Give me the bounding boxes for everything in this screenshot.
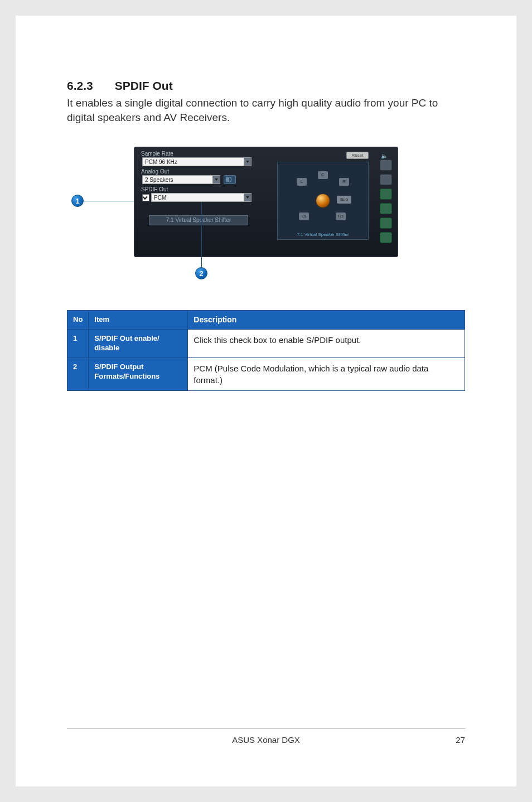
row2-item: S/PDIF Output Formats/Functions	[89, 357, 188, 390]
row1-desc: Click this check box to enable S/PDIF ou…	[188, 329, 465, 357]
rotate-left-icon[interactable]	[380, 189, 392, 200]
row2-no: 2	[67, 357, 89, 390]
listener-icon[interactable]	[316, 194, 330, 208]
preview-caption: 7.1 Virtual Speaker Shifter	[278, 232, 368, 237]
callout-2-lead	[201, 202, 202, 267]
collapse-icon[interactable]	[380, 174, 392, 185]
volume-icon: 🔈	[381, 153, 389, 158]
virtual-speaker-shifter-button[interactable]: 7.1 Virtual Speaker Shifter	[149, 215, 248, 225]
table-row: 2 S/PDIF Output Formats/Functions PCM (P…	[67, 357, 465, 390]
footer-page-number: 27	[456, 735, 465, 745]
analog-out-value: 2 Speakers	[145, 177, 173, 183]
callout-1-lead	[84, 201, 141, 201]
speaker-rs[interactable]: Rs	[336, 212, 346, 220]
chevron-down-icon	[244, 158, 251, 166]
speaker-c[interactable]: C	[318, 171, 328, 179]
sample-rate-select[interactable]: PCM 96 KHz	[142, 157, 252, 166]
sample-rate-label: Sample Rate	[141, 151, 173, 157]
rotate-right-icon[interactable]	[380, 203, 392, 214]
speaker-icon[interactable]	[224, 175, 236, 184]
speaker-ls[interactable]: Ls	[299, 212, 309, 220]
table-row: 1 S/PDIF Out enable/ disable Click this …	[67, 329, 465, 357]
screenshot: 1 Sample Rate PCM 96 KHz Analog Out 2 Sp…	[67, 147, 465, 286]
callout-1: 1	[71, 195, 84, 207]
header-description: Description	[188, 311, 465, 330]
content: 6.2.3 SPDIF Out It enables a single digi…	[67, 79, 465, 286]
heading-title: SPDIF Out	[115, 79, 173, 92]
audio-panel: Sample Rate PCM 96 KHz Analog Out 2 Spea…	[134, 147, 398, 257]
speaker-l[interactable]: L	[297, 178, 307, 186]
sample-rate-value: PCM 96 KHz	[145, 159, 177, 165]
speaker-sub[interactable]: Sub	[337, 196, 351, 204]
intro-text: It enables a single digital connection t…	[67, 96, 465, 124]
reset-pos-icon[interactable]	[380, 218, 392, 229]
spdif-out-label: SPDIF Out	[141, 186, 168, 192]
row1-item: S/PDIF Out enable/ disable	[89, 329, 188, 357]
footer-title: ASUS Xonar DGX	[16, 735, 516, 745]
analog-out-select[interactable]: 2 Speakers	[142, 175, 220, 184]
analog-out-label: Analog Out	[141, 168, 169, 175]
spdif-format-select[interactable]: PCM	[151, 193, 252, 202]
speaker-r[interactable]: R	[339, 178, 349, 186]
reset-button[interactable]: Reset	[346, 152, 369, 159]
spdif-format-value: PCM	[154, 195, 166, 201]
side-icons	[380, 160, 392, 247]
spdif-enable-checkbox[interactable]	[142, 194, 149, 201]
chevron-down-icon	[244, 194, 251, 201]
speaker-preview: L C R Sub Ls Rs 7.1 Virtual Speaker Shif…	[277, 162, 369, 240]
heading-number: 6.2.3	[67, 79, 112, 93]
chevron-down-icon	[212, 176, 220, 183]
row1-no: 1	[67, 329, 89, 357]
manual-icon[interactable]	[380, 232, 392, 243]
section-heading: 6.2.3 SPDIF Out	[67, 79, 465, 93]
footer-divider	[67, 728, 465, 729]
expand-icon[interactable]	[380, 160, 392, 171]
description-table: No Item Description 1 S/PDIF Out enable/…	[67, 310, 465, 391]
row2-desc: PCM (Pulse Code Modulation, which is a t…	[188, 357, 465, 390]
callout-2: 2	[195, 267, 207, 279]
header-item: Item	[89, 311, 188, 330]
page: 6.2.3 SPDIF Out It enables a single digi…	[16, 16, 516, 786]
header-no: No	[67, 311, 89, 330]
